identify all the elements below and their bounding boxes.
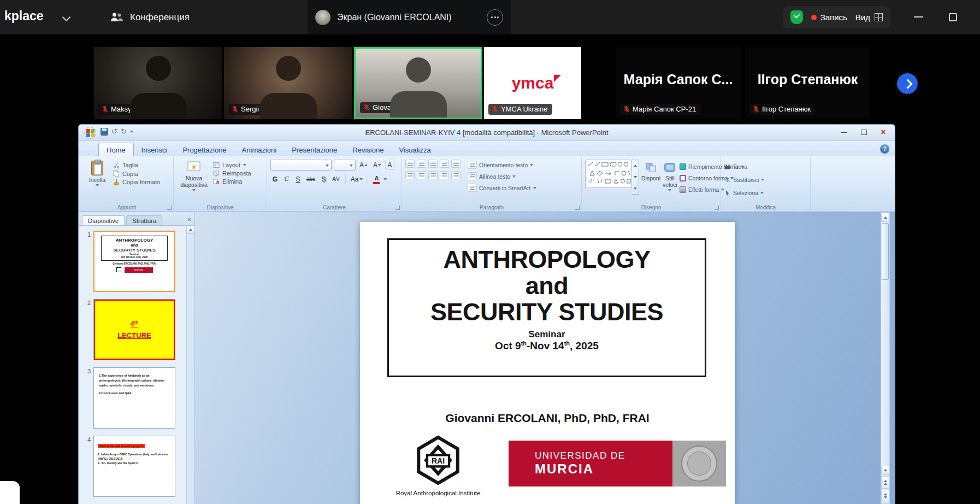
mic-muted-icon xyxy=(363,104,370,112)
tab-progettazione[interactable]: Progettazione xyxy=(175,143,234,156)
security-shield-icon[interactable] xyxy=(790,10,803,24)
select-button[interactable]: Seleziona xyxy=(724,187,807,198)
change-case-button[interactable]: Aa xyxy=(349,174,365,184)
font-size-combo[interactable] xyxy=(334,160,356,171)
vertical-scrollbar[interactable] xyxy=(881,212,890,504)
character-spacing-button[interactable]: AV xyxy=(330,174,342,184)
bold-button[interactable]: G xyxy=(270,174,280,184)
chevron-down-icon[interactable] xyxy=(62,13,71,22)
scroll-down-button[interactable] xyxy=(881,466,889,475)
line-spacing-icon[interactable] xyxy=(451,160,461,168)
slides-pane: Diapositive Struttura × 1 ANTHROPOLOGY a… xyxy=(79,212,195,504)
decrease-indent-icon[interactable] xyxy=(428,160,438,168)
increase-indent-icon[interactable] xyxy=(440,160,449,168)
tab-visualizza[interactable]: Visualizza xyxy=(391,143,438,156)
tab-presentazione[interactable]: Presentazione xyxy=(284,143,345,156)
font-dialog-launcher[interactable] xyxy=(395,206,400,210)
cut-button[interactable]: Taglia xyxy=(113,162,160,168)
participant-tile-active-speaker[interactable]: Giovanni ERCOLANI xyxy=(354,47,482,119)
new-slide-button[interactable]: Nuova diapositiva xyxy=(177,160,211,191)
reset-button[interactable]: Reimposta xyxy=(213,170,251,177)
tab-screen-share[interactable]: Экран (Giovanni ERCOLANI) xyxy=(308,0,511,34)
clear-formatting-button[interactable]: A xyxy=(385,160,394,170)
scroll-up-button[interactable] xyxy=(881,213,889,222)
italic-button[interactable]: C xyxy=(282,174,291,184)
underline-button[interactable]: S xyxy=(293,174,303,184)
powerpoint-window: ↺ ↻ ERCOLANI-SEMINAR-KYIV 4 [modalità co… xyxy=(78,124,895,504)
layout-button[interactable]: Layout xyxy=(213,162,251,168)
font-color-button[interactable]: A xyxy=(371,174,381,184)
copy-button[interactable]: Copia xyxy=(113,170,160,177)
help-button[interactable]: ? xyxy=(880,144,889,154)
tab-inserisci[interactable]: Inserisci xyxy=(134,143,175,156)
pane-tab-outline[interactable]: Struttura xyxy=(126,215,162,225)
font-name-combo[interactable] xyxy=(270,160,332,171)
pane-scroll-up-icon[interactable] xyxy=(187,226,194,234)
slide-thumbnail-3[interactable]: 1.The experience of fieldwork as an anth… xyxy=(93,367,175,429)
columns-icon[interactable] xyxy=(451,171,461,179)
ppt-window-title: ERCOLANI-SEMINAR-KYIV 4 [modalità compat… xyxy=(79,128,895,137)
align-left-icon[interactable] xyxy=(405,171,415,179)
quick-styles-button[interactable]: Stili veloci xyxy=(663,160,677,195)
convert-smartart-button[interactable]: Converti in SmartArt xyxy=(468,183,536,193)
replace-button[interactable]: Sostituisci xyxy=(724,174,807,185)
find-button[interactable]: Trova xyxy=(724,161,807,172)
tab-revisione[interactable]: Revisione xyxy=(345,143,391,156)
clipboard-dialog-launcher[interactable] xyxy=(167,206,172,210)
slide-thumbnail-1[interactable]: ANTHROPOLOGY and SECURITY STUDIES Semina… xyxy=(93,231,175,292)
participant-tile[interactable]: Maksym Yenin xyxy=(94,47,222,119)
slide-thumbnail-2[interactable]: 4th LECTURE xyxy=(93,299,175,360)
slide-title-box[interactable]: ANTHROPOLOGY and SECURITY STUDIES Semina… xyxy=(387,238,706,377)
participant-tile[interactable]: Sergii Geraskov xyxy=(224,47,352,119)
bullets-icon[interactable] xyxy=(405,160,415,168)
align-center-icon[interactable] xyxy=(417,171,426,179)
window-maximize-button[interactable] xyxy=(949,13,957,21)
ppt-minimize-button[interactable] xyxy=(837,127,851,138)
justify-icon[interactable] xyxy=(440,171,449,179)
format-painter-button[interactable]: Copia formato xyxy=(113,179,160,185)
next-participants-button[interactable] xyxy=(897,73,918,94)
text-orientation-button[interactable]: Orientamento testo xyxy=(468,160,536,170)
align-text-button[interactable]: Allinea testo xyxy=(468,171,536,181)
ppt-maximize-button[interactable] xyxy=(857,127,871,138)
drawing-dialog-launcher[interactable] xyxy=(715,206,719,210)
current-slide[interactable]: ANTHROPOLOGY and SECURITY STUDIES Semina… xyxy=(360,222,735,504)
svg-text:RAI: RAI xyxy=(432,456,445,465)
view-menu-button[interactable]: Вид xyxy=(855,13,883,22)
arrange-button[interactable]: Disponi xyxy=(641,160,660,195)
strikethrough-button[interactable]: abc xyxy=(305,174,317,184)
paste-button[interactable]: Incolla xyxy=(84,160,111,186)
window-minimize-button[interactable] xyxy=(914,16,923,17)
align-right-icon[interactable] xyxy=(428,171,438,179)
paragraph-dialog-launcher[interactable] xyxy=(575,206,580,210)
participant-tile[interactable]: ymca YMCA Ukraine xyxy=(484,47,581,119)
slide-thumbnail-4[interactable]: Field works and research projects 1. Ita… xyxy=(93,436,175,497)
next-slide-button[interactable] xyxy=(881,490,889,502)
font-color-dropdown-icon[interactable] xyxy=(383,178,387,180)
text-shadow-button[interactable]: S xyxy=(319,174,328,184)
pane-tab-slides[interactable]: Diapositive xyxy=(82,215,125,225)
tab-conference[interactable]: Конференция xyxy=(101,0,198,34)
corner-widget[interactable] xyxy=(0,481,20,504)
ppt-title-bar[interactable]: ↺ ↻ ERCOLANI-SEMINAR-KYIV 4 [modalità co… xyxy=(79,125,895,141)
participant-tile[interactable]: ІІгор Степанюк ІІгор Степанюк xyxy=(745,47,870,119)
more-options-button[interactable] xyxy=(487,9,503,26)
ppt-close-button[interactable]: × xyxy=(876,127,890,138)
shapes-gallery-scroll[interactable] xyxy=(632,160,639,195)
scrollbar-thumb[interactable] xyxy=(882,223,889,280)
tab-home[interactable]: Home xyxy=(98,143,134,156)
shrink-font-button[interactable]: A xyxy=(371,160,383,170)
numbering-icon[interactable] xyxy=(417,160,426,168)
delete-slide-button[interactable]: Elimina xyxy=(213,178,251,185)
participant-tile[interactable]: Марія Сапок С... Марія Сапок СР-21 xyxy=(616,47,741,119)
grow-font-button[interactable]: A xyxy=(358,160,369,170)
previous-slide-button[interactable] xyxy=(881,476,889,489)
workspace-label[interactable]: kplace xyxy=(4,9,44,24)
ribbon-group-clipboard: Incolla Taglia Copia xyxy=(80,158,174,211)
recording-indicator[interactable]: Запись xyxy=(811,13,847,22)
pane-close-icon[interactable]: × xyxy=(187,215,191,224)
tab-animazioni[interactable]: Animazioni xyxy=(234,143,285,156)
pane-scrollbar[interactable] xyxy=(186,226,194,504)
shapes-gallery[interactable] xyxy=(585,160,632,188)
thumbnail-row: 3 1.The experience of fieldwork as an an… xyxy=(83,367,185,429)
